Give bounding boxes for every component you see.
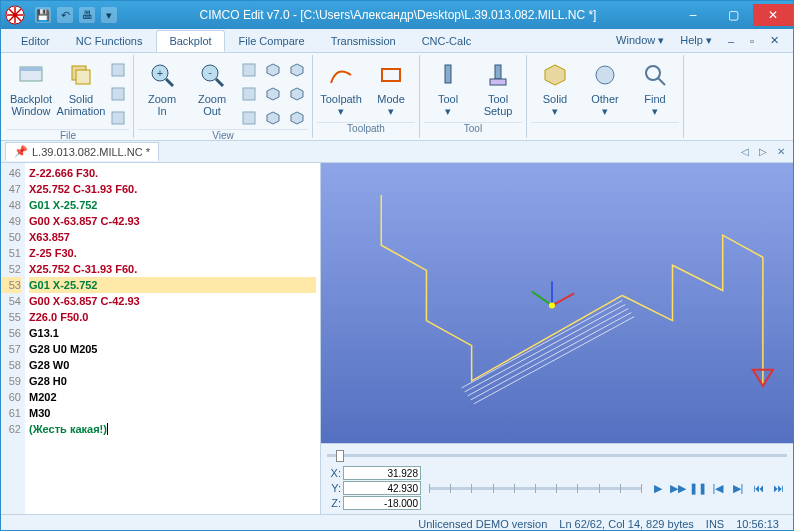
svg-rect-2: [20, 67, 42, 71]
ribbon-small-0-2[interactable]: [107, 107, 129, 129]
maximize-button[interactable]: ▢: [713, 4, 753, 26]
file-tab[interactable]: 📌 L.39.013.082.MILL.NC *: [5, 142, 159, 161]
solid-animation-label: Solid Animation: [57, 93, 106, 117]
tab-cnc-calc[interactable]: CNC-Calc: [410, 31, 484, 51]
quick-access-toolbar: 💾 ↶ 🖶 ▾: [29, 7, 123, 23]
view-cube-0[interactable]: [262, 59, 284, 81]
svg-rect-7: [112, 112, 124, 124]
tab-transmission[interactable]: Transmission: [319, 31, 408, 51]
timeline-slider[interactable]: [327, 448, 787, 462]
zoom-out-label: Zoom Out: [198, 93, 226, 117]
solid-animation-button[interactable]: Solid Animation: [57, 59, 105, 117]
code-line: X25.752 C-31.93 F60.: [29, 261, 316, 277]
zoom-in-button[interactable]: +Zoom In: [138, 59, 186, 117]
find-button[interactable]: Find ▾: [631, 59, 679, 117]
svg-point-27: [549, 302, 555, 308]
status-ins: INS: [700, 518, 730, 530]
ribbon-small-1-1[interactable]: [238, 83, 260, 105]
mdi-minimize[interactable]: –: [722, 33, 740, 49]
find-icon: [639, 59, 671, 91]
svg-rect-6: [112, 88, 124, 100]
mode-button[interactable]: Mode ▾: [367, 59, 415, 117]
toolpath-button[interactable]: Toolpath ▾: [317, 59, 365, 117]
mdi-close[interactable]: ✕: [764, 32, 785, 49]
tab-nav-close[interactable]: ✕: [773, 146, 789, 157]
ribbon-small-1-0[interactable]: [238, 59, 260, 81]
svg-rect-20: [490, 79, 506, 85]
svg-rect-14: [243, 64, 255, 76]
other-icon: [589, 59, 621, 91]
coord-label-y: Y:: [327, 482, 341, 494]
view-cube-2[interactable]: [262, 107, 284, 129]
solid-label: Solid ▾: [543, 93, 567, 117]
close-button[interactable]: ✕: [753, 4, 793, 26]
svg-line-9: [166, 79, 173, 86]
coord-label-z: Z:: [327, 497, 341, 509]
view-cube-1[interactable]: [262, 83, 284, 105]
coord-x-input[interactable]: [343, 466, 421, 480]
backplot-window-button[interactable]: Backplot Window: [7, 59, 55, 117]
menu-help[interactable]: Help ▾: [674, 32, 718, 49]
group-label: Tool: [424, 122, 522, 138]
svg-point-21: [596, 66, 614, 84]
titlebar: 💾 ↶ 🖶 ▾ CIMCO Edit v7.0 - [C:\Users\Алек…: [1, 1, 793, 29]
view-cube-1[interactable]: [286, 83, 308, 105]
skip-back-button[interactable]: ⏮: [749, 479, 767, 497]
undo-icon[interactable]: ↶: [57, 7, 73, 23]
svg-point-22: [646, 66, 660, 80]
fast-forward-button[interactable]: ▶▶: [669, 479, 687, 497]
toolpath-label: Toolpath ▾: [320, 93, 362, 117]
play-button[interactable]: ▶: [649, 479, 667, 497]
tab-backplot[interactable]: Backplot: [156, 30, 224, 52]
tab-nav-left[interactable]: ◁: [737, 146, 753, 157]
ribbon-small-0-0[interactable]: [107, 59, 129, 81]
zoom-out-button[interactable]: -Zoom Out: [188, 59, 236, 117]
step-back-button[interactable]: |◀: [709, 479, 727, 497]
svg-rect-18: [445, 65, 451, 83]
tab-editor[interactable]: Editor: [9, 31, 62, 51]
coord-z-input[interactable]: [343, 496, 421, 510]
pause-button[interactable]: ❚❚: [689, 479, 707, 497]
svg-rect-4: [76, 70, 90, 84]
mdi-restore[interactable]: ▫: [744, 33, 760, 49]
code-line: G00 X-63.857 C-42.93: [29, 213, 316, 229]
code-line: X25.752 C-31.93 F60.: [29, 181, 316, 197]
code-line: G28 H0: [29, 373, 316, 389]
save-icon[interactable]: 💾: [35, 7, 51, 23]
group-label: View: [138, 129, 308, 141]
tool-button[interactable]: Tool ▾: [424, 59, 472, 117]
status-time: 10:56:13: [730, 518, 785, 530]
view-cube-0[interactable]: [286, 59, 308, 81]
nc-editor[interactable]: 4647484950515253545556575859606162 Z-22.…: [1, 163, 321, 514]
backplot-panel: X: Y: Z: ▶ ▶▶ ❚❚ |◀ ▶| ⏮ ⏭: [321, 163, 793, 514]
line-gutter: 4647484950515253545556575859606162: [1, 163, 25, 514]
view-cube-2[interactable]: [286, 107, 308, 129]
speed-slider[interactable]: [429, 481, 641, 495]
3d-viewport[interactable]: [321, 163, 793, 443]
skip-fwd-button[interactable]: ⏭: [769, 479, 787, 497]
svg-text:-: -: [208, 66, 212, 78]
file-tab-label: L.39.013.082.MILL.NC *: [32, 146, 150, 158]
ribbon-small-1-2[interactable]: [238, 107, 260, 129]
tab-nc-functions[interactable]: NC Functions: [64, 31, 155, 51]
print-icon[interactable]: 🖶: [79, 7, 95, 23]
menu-window[interactable]: Window ▾: [610, 32, 670, 49]
find-label: Find ▾: [644, 93, 665, 117]
tab-nav-right[interactable]: ▷: [755, 146, 771, 157]
qat-dropdown[interactable]: ▾: [101, 7, 117, 23]
other-button[interactable]: Other ▾: [581, 59, 629, 117]
ribbon-small-0-1[interactable]: [107, 83, 129, 105]
solid-animation-icon: [65, 59, 97, 91]
code-line: G00 X-63.857 C-42.93: [29, 293, 316, 309]
tab-file-compare[interactable]: File Compare: [227, 31, 317, 51]
ribbon-tabs: Editor NC Functions Backplot File Compar…: [1, 29, 793, 53]
code-area[interactable]: Z-22.666 F30.X25.752 C-31.93 F60.G01 X-2…: [25, 163, 320, 514]
file-pin-icon[interactable]: 📌: [14, 145, 28, 158]
step-fwd-button[interactable]: ▶|: [729, 479, 747, 497]
solid-button[interactable]: Solid ▾: [531, 59, 579, 117]
tool-setup-button[interactable]: Tool Setup: [474, 59, 522, 117]
coord-y-input[interactable]: [343, 481, 421, 495]
code-line: Z-22.666 F30.: [29, 165, 316, 181]
minimize-button[interactable]: –: [673, 4, 713, 26]
code-line: Z-25 F30.: [29, 245, 316, 261]
